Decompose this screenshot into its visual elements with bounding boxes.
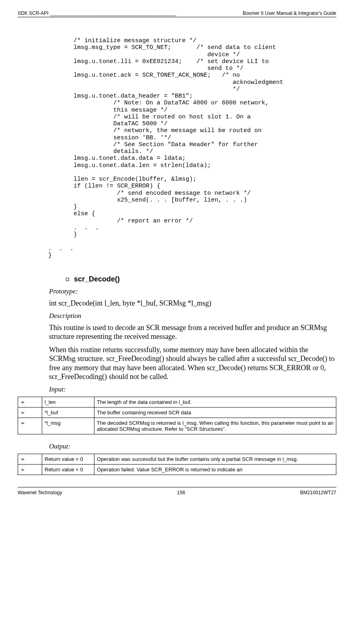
row-name: Return value = 0 bbox=[42, 454, 94, 464]
row-desc: The length of the data contained in l_bu… bbox=[94, 397, 336, 407]
input-label: Input: bbox=[49, 385, 336, 393]
output-table: ➢ Return value = 0 Operation was success… bbox=[18, 454, 336, 475]
row-name: l_len bbox=[42, 397, 94, 407]
table-row: ➢ *l_buf The buffer containing received … bbox=[18, 407, 336, 418]
row-name: Return value < 0 bbox=[42, 464, 94, 475]
description-label: Description bbox=[49, 312, 336, 320]
row-symbol: ➢ bbox=[18, 397, 42, 407]
page-header: SDK SCR-API ____________________________… bbox=[18, 10, 336, 16]
footer-center: 156 bbox=[177, 490, 185, 495]
row-name: *l_msg bbox=[42, 418, 94, 434]
row-desc: Operation failed. Value SCR_ERROR is ret… bbox=[94, 464, 336, 475]
table-row: ➢ Return value = 0 Operation was success… bbox=[18, 454, 336, 464]
page-footer: Wavenet Technology 156 BM210012WT27 bbox=[18, 490, 336, 495]
header-left: SDK SCR-API ____________________________… bbox=[18, 10, 176, 16]
square-bullet-icon bbox=[66, 278, 69, 281]
input-table: ➢ l_len The length of the data contained… bbox=[18, 397, 336, 434]
description-paragraph-2: When this routine returns successfully, … bbox=[49, 345, 336, 381]
row-symbol: ➢ bbox=[18, 454, 42, 464]
table-row: ➢ l_len The length of the data contained… bbox=[18, 397, 336, 407]
row-symbol: ➢ bbox=[18, 418, 42, 434]
row-desc: Operation was successful but the buffer … bbox=[94, 454, 336, 464]
code-snippet: /* initialize message structure */ lmsg.… bbox=[48, 37, 336, 259]
row-symbol: ➢ bbox=[18, 407, 42, 418]
header-divider bbox=[18, 17, 336, 17]
row-symbol: ➢ bbox=[18, 464, 42, 475]
section-title: scr_Decode() bbox=[74, 275, 120, 283]
footer-divider bbox=[18, 487, 336, 487]
footer-left: Wavenet Technology bbox=[18, 490, 62, 495]
header-right: Boomer II User Manual & Integrator's Gui… bbox=[243, 10, 336, 16]
prototype-text: int scr_Decode(int l_len, byte *l_buf, S… bbox=[49, 299, 336, 308]
table-row: ➢ Return value < 0 Operation failed. Val… bbox=[18, 464, 336, 475]
row-desc: The buffer containing received SCR data bbox=[94, 407, 336, 418]
description-paragraph-1: This routine is used to decode an SCR me… bbox=[49, 323, 336, 341]
row-desc: The decoded SCRMsg is returned is l_msg.… bbox=[94, 418, 336, 434]
section-heading: scr_Decode() bbox=[66, 275, 336, 283]
row-name: *l_buf bbox=[42, 407, 94, 418]
table-row: ➢ *l_msg The decoded SCRMsg is returned … bbox=[18, 418, 336, 434]
footer-right: BM210012WT27 bbox=[300, 490, 336, 495]
prototype-label: Prototype: bbox=[49, 287, 336, 296]
output-label: Output: bbox=[49, 442, 336, 450]
